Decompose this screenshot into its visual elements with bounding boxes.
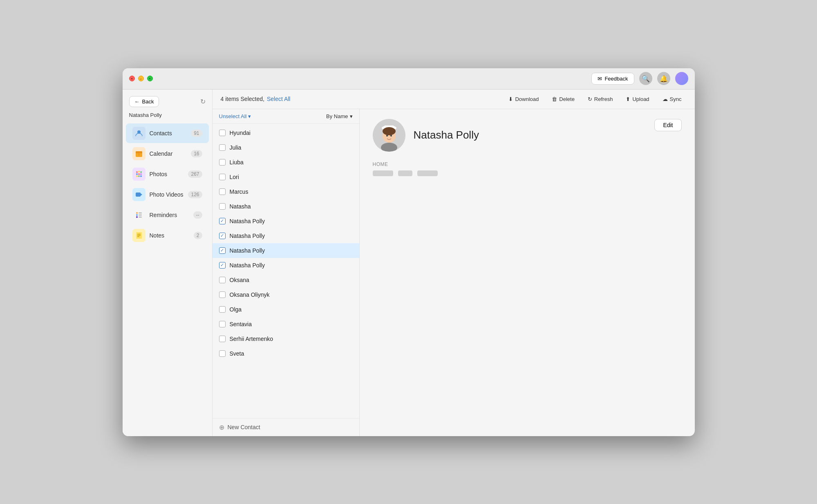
- search-button[interactable]: 🔍: [639, 72, 652, 85]
- phone-number-row: [373, 170, 682, 176]
- back-button[interactable]: ← Back: [129, 96, 159, 107]
- contact-name: Natasha Polly: [230, 247, 265, 254]
- toolbar-selection-info: 4 items Selected, Select All: [221, 96, 291, 102]
- table-row[interactable]: Olga: [213, 302, 359, 317]
- contact-checkbox[interactable]: [219, 336, 226, 342]
- table-row[interactable]: Liuba: [213, 155, 359, 170]
- contact-checkbox[interactable]: [219, 203, 226, 210]
- sidebar: ← Back ↻ Natasha Polly Contacts 91: [123, 90, 213, 436]
- table-row[interactable]: Marcus: [213, 184, 359, 199]
- contact-name: Oksana Oliynyk: [230, 291, 270, 298]
- select-all-link[interactable]: Select All: [267, 96, 291, 102]
- user-avatar[interactable]: [675, 72, 688, 85]
- sidebar-item-contacts[interactable]: Contacts 91: [126, 123, 209, 143]
- table-row[interactable]: Oksana: [213, 273, 359, 287]
- table-row[interactable]: Oksana Oliynyk: [213, 287, 359, 302]
- photos-icon: [132, 168, 145, 181]
- contact-name: Hyundai: [230, 130, 251, 136]
- contact-checkbox[interactable]: ✓: [219, 262, 226, 269]
- sidebar-item-calendar[interactable]: 5 Calendar 16: [126, 144, 209, 164]
- contact-checkbox[interactable]: [219, 306, 226, 313]
- detail-field-home: HOME: [373, 161, 682, 176]
- contact-checkbox[interactable]: ✓: [219, 247, 226, 254]
- contacts-label: Contacts: [150, 130, 187, 137]
- unselect-chevron-icon: ▾: [248, 113, 251, 119]
- svg-rect-20: [139, 217, 142, 217]
- notification-button[interactable]: 🔔: [657, 72, 670, 85]
- sidebar-item-photovideos[interactable]: Photo Videos 126: [126, 185, 209, 204]
- refresh-button[interactable]: ↻ Refresh: [583, 94, 618, 105]
- svg-point-10: [136, 175, 138, 177]
- contact-checkbox[interactable]: [219, 277, 226, 283]
- contact-name: Natasha Polly: [230, 233, 265, 239]
- svg-point-11: [138, 175, 140, 177]
- list-toolbar: Unselect All ▾ By Name ▾: [213, 109, 359, 124]
- contacts-count: 91: [191, 130, 202, 137]
- new-contact-button[interactable]: ⊕ New Contact: [213, 418, 359, 436]
- upload-button[interactable]: ⬆ Upload: [621, 94, 654, 105]
- toolbar: 4 items Selected, Select All ⬇ Download …: [213, 90, 695, 109]
- table-row[interactable]: Serhii Artemenko: [213, 332, 359, 346]
- main-content: ← Back ↻ Natasha Polly Contacts 91: [123, 90, 695, 436]
- download-button[interactable]: ⬇ Download: [504, 94, 544, 105]
- contact-profile: Natasha Polly: [373, 119, 479, 152]
- detail-panel: Natasha Polly Edit HOME: [360, 109, 695, 436]
- table-row[interactable]: ✓Natasha Polly: [213, 243, 359, 258]
- close-button[interactable]: ×: [129, 76, 135, 81]
- svg-point-31: [390, 135, 392, 137]
- phone-part-3: [417, 170, 438, 176]
- svg-point-6: [140, 171, 142, 173]
- svg-point-8: [138, 173, 140, 175]
- table-row[interactable]: Natasha: [213, 199, 359, 214]
- contact-checkbox[interactable]: ✓: [219, 233, 226, 239]
- table-row[interactable]: Sveta: [213, 346, 359, 361]
- app-window: × – + ✉ Feedback 🔍 🔔 ← Back: [123, 68, 695, 436]
- svg-rect-24: [137, 236, 139, 237]
- table-row[interactable]: ✓Natasha Polly: [213, 258, 359, 273]
- calendar-label: Calendar: [150, 150, 187, 157]
- feedback-button[interactable]: ✉ Feedback: [591, 73, 634, 85]
- sidebar-item-reminders[interactable]: Reminders --: [126, 205, 209, 225]
- contact-checkbox[interactable]: [219, 321, 226, 327]
- contact-name: Marcus: [230, 188, 248, 195]
- contacts-icon: [132, 127, 145, 140]
- bell-icon: 🔔: [660, 75, 668, 83]
- contact-name: Sentavia: [230, 321, 252, 327]
- contact-name: Sveta: [230, 350, 244, 357]
- phone-part-2: [398, 170, 412, 176]
- contact-checkbox[interactable]: [219, 159, 226, 166]
- sync-button[interactable]: ☁ Sync: [658, 94, 687, 105]
- svg-text:5: 5: [138, 153, 140, 156]
- sync-icon[interactable]: ↻: [200, 98, 206, 105]
- svg-point-12: [140, 175, 142, 177]
- feedback-label: Feedback: [604, 76, 628, 82]
- minimize-button[interactable]: –: [138, 76, 144, 81]
- table-row[interactable]: Lori: [213, 170, 359, 184]
- sort-button[interactable]: By Name ▾: [326, 113, 352, 119]
- contact-checkbox[interactable]: ✓: [219, 218, 226, 224]
- contact-checkbox[interactable]: [219, 144, 226, 151]
- sidebar-item-photos[interactable]: Photos 267: [126, 164, 209, 184]
- table-row[interactable]: Julia: [213, 140, 359, 155]
- photos-label: Photos: [150, 171, 184, 177]
- edit-button[interactable]: Edit: [654, 119, 681, 131]
- maximize-button[interactable]: +: [147, 76, 153, 81]
- delete-button[interactable]: 🗑 Delete: [547, 94, 580, 105]
- table-row[interactable]: Sentavia: [213, 317, 359, 332]
- contact-checkbox[interactable]: [219, 174, 226, 180]
- contact-checkbox[interactable]: [219, 130, 226, 136]
- contact-checkbox[interactable]: [219, 350, 226, 357]
- table-row[interactable]: Hyundai: [213, 125, 359, 140]
- svg-point-4: [136, 171, 138, 173]
- contact-checkbox[interactable]: [219, 188, 226, 195]
- sync-cloud-icon: ☁: [663, 96, 668, 102]
- sidebar-account-name: Natasha Polly: [123, 112, 212, 123]
- unselect-all-button[interactable]: Unselect All ▾: [219, 113, 251, 119]
- table-row[interactable]: ✓Natasha Polly: [213, 228, 359, 243]
- toolbar-actions: ⬇ Download 🗑 Delete ↻ Refresh ⬆ Upload: [504, 94, 686, 105]
- table-row[interactable]: ✓Natasha Polly: [213, 214, 359, 228]
- sidebar-item-notes[interactable]: Notes 2: [126, 226, 209, 245]
- sidebar-header: ← Back ↻: [123, 96, 212, 112]
- photos-count: 267: [188, 170, 202, 178]
- contact-checkbox[interactable]: [219, 291, 226, 298]
